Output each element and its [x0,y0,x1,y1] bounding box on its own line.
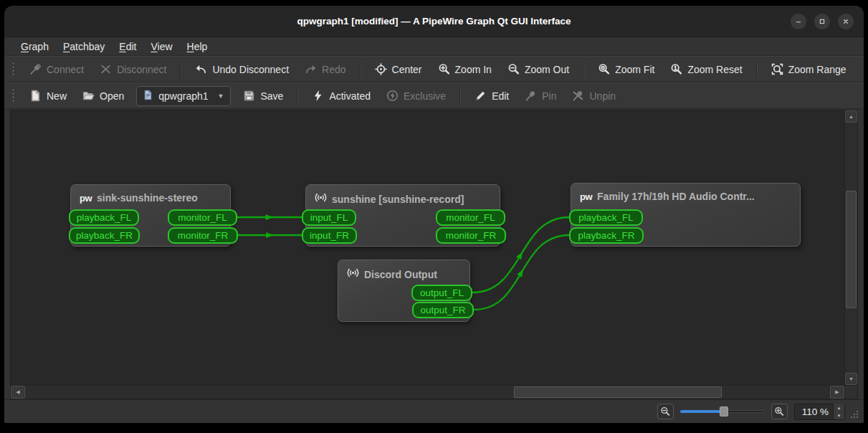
toolbar-button-unpin[interactable]: Unpin [566,86,622,106]
horizontal-scroll-track[interactable] [25,386,830,399]
toolbar-patchbay: NewOpenqpwgraph1▼SaveActivatedExclusiveE… [4,82,864,109]
new-icon [29,90,42,102]
broadcast-icon [315,191,327,206]
zoom-in-button[interactable] [771,404,788,419]
toolbar-button-edit[interactable]: Edit [468,86,515,106]
maximize-button[interactable] [814,14,830,29]
toolbar-button-center[interactable]: Center [368,60,429,80]
menu-edit[interactable]: Edit [113,39,143,54]
zoom-reset-icon [670,63,682,75]
vertical-scroll-thumb[interactable] [846,191,857,308]
zoom-range-icon [771,63,783,75]
toolbar-button-label: Redo [322,64,345,75]
horizontal-scroll-thumb[interactable] [514,386,722,398]
app-window: qpwgraph1 [modified] — A PipeWire Graph … [4,6,864,423]
toolbar-button-zoom-fit[interactable]: Zoom Fit [591,60,661,80]
toolbar-button-open[interactable]: Open [76,86,130,106]
scroll-right-button[interactable]: ▶ [830,386,844,399]
port-sunshine-input_FR[interactable]: input_FR [302,227,357,244]
toolbar-button-zoom-reset[interactable]: Zoom Reset [664,60,748,80]
zoom-out-icon [507,63,520,75]
pin-icon [525,90,537,102]
toolbar-separator [756,61,758,78]
port-sunshine-monitor_FL[interactable]: monitor_FL [436,209,505,226]
vertical-scroll-track[interactable] [845,123,857,373]
port-sunshine-monitor_FR[interactable]: monitor_FR [436,227,506,244]
port-family-17h-19h-hd-audio-playback_FL[interactable]: playback_FL [569,209,643,226]
zoom-controls: 110 % ▲ ▼ [657,404,845,420]
port-sink-sunshine-stereo-playback_FL[interactable]: playback_FL [69,209,139,226]
zoom-value: 110 % [795,406,833,417]
toolbar-button-zoom-in[interactable]: Zoom In [431,60,498,80]
port-sink-sunshine-stereo-playback_FR[interactable]: playback_FR [69,227,140,244]
port-discord-output-output_FR[interactable]: output_FR [412,302,474,318]
toolbar-button-label: Exclusive [404,90,446,102]
toolbar-button-redo[interactable]: Redo [298,60,352,80]
save-icon [243,90,255,102]
edges-svg [11,110,845,386]
toolbar-button-undo-disconnect[interactable]: Undo Disconnect [189,60,295,80]
toolbar-drag-handle[interactable] [11,62,16,77]
close-button[interactable] [838,14,854,29]
edge-arrow-icon [516,250,525,260]
toolbar-button-label: Zoom In [455,64,492,75]
port-sink-sunshine-stereo-monitor_FL[interactable]: monitor_FL [168,209,237,226]
menu-help[interactable]: Help [181,39,214,54]
disconnect-icon [100,63,112,75]
pipewire-icon: pw [80,191,92,204]
zoom-out-button[interactable] [657,404,674,419]
toolbar-button-disconnect[interactable]: Disconnect [93,60,173,80]
toolbar-button-zoom-range[interactable]: Zoom Range [765,60,853,80]
toolbar-separator [180,61,181,78]
node-title: Discord Output [364,269,437,280]
toolbar-drag-handle[interactable] [11,88,16,104]
toolbar-button-new[interactable]: New [23,86,73,106]
menu-view[interactable]: View [144,39,178,54]
toolbar-button-label: Connect [47,64,84,75]
toolbar-separator [583,61,584,78]
menu-bar: GraphPatchbayEditViewHelp [4,37,864,56]
edge-arrow-icon [266,232,274,238]
zoom-spinbox[interactable]: 110 % ▲ ▼ [794,404,845,420]
toolbar-button-activated[interactable]: Activated [305,86,377,106]
window-title: qpwgraph1 [modified] — A PipeWire Graph … [4,16,864,27]
vertical-scrollbar[interactable]: ▲ ▼ [845,110,858,386]
toolbar-button-connect[interactable]: Connect [23,60,90,80]
resize-grip-icon[interactable] [849,409,859,419]
activated-icon [312,90,324,102]
graph-canvas-area: pwsink-sunshine-stereoplayback_FLplaybac… [10,110,858,399]
scroll-left-button[interactable]: ◀ [11,386,25,399]
toolbar-button-pin[interactable]: Pin [518,86,563,106]
scroll-down-button[interactable]: ▼ [845,373,857,385]
zoom-spin-up-button[interactable]: ▲ [834,404,844,411]
toolbar-button-label: Activated [329,90,371,102]
toolbar-button-label: Disconnect [117,64,166,75]
patchbay-combobox-value: qpwgraph1 [158,90,208,102]
broadcast-icon [347,267,359,282]
center-icon [375,63,387,75]
port-sunshine-input_FL[interactable]: input_FL [302,209,356,226]
title-bar[interactable]: qpwgraph1 [modified] — A PipeWire Graph … [4,6,864,37]
menu-patchbay[interactable]: Patchbay [57,39,111,54]
port-family-17h-19h-hd-audio-playback_FR[interactable]: playback_FR [569,227,644,244]
zoom-slider-handle[interactable] [720,406,728,417]
patchbay-combobox[interactable]: qpwgraph1▼ [136,86,231,106]
toolbar-button-exclusive[interactable]: Exclusive [380,86,452,106]
minimize-button[interactable] [791,14,806,29]
graph-viewport[interactable]: pwsink-sunshine-stereoplayback_FLplaybac… [10,110,845,386]
menu-graph[interactable]: Graph [14,39,55,54]
port-discord-output-output_FL[interactable]: output_FL [411,285,472,301]
port-sink-sunshine-stereo-monitor_FR[interactable]: monitor_FR [168,227,238,244]
toolbar-separator [297,87,298,105]
horizontal-scrollbar[interactable]: ◀ ▶ [10,386,845,399]
edit-icon [474,90,487,102]
toolbar-button-zoom-out[interactable]: Zoom Out [501,60,576,80]
toolbar-button-save[interactable]: Save [237,86,290,106]
toolbar-button-label: Undo Disconnect [212,64,289,75]
scroll-up-button[interactable]: ▲ [845,110,857,123]
zoom-spin-down-button[interactable]: ▼ [834,411,844,419]
edge-arrow-icon [517,267,525,277]
undo-icon [195,63,207,75]
zoom-slider[interactable] [680,406,765,417]
toolbar-button-label: Edit [492,90,509,102]
